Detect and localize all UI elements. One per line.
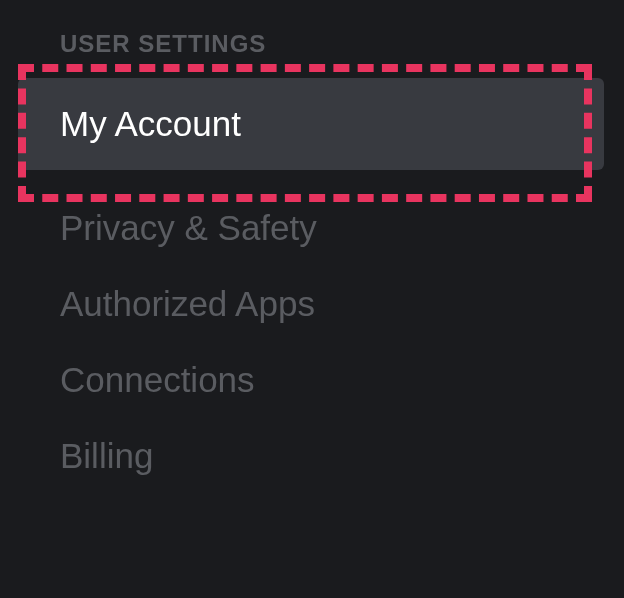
menu-item-authorized-apps[interactable]: Authorized Apps	[60, 266, 624, 342]
menu-item-my-account[interactable]: My Account	[60, 78, 604, 170]
settings-sidebar: USER SETTINGS My Account Privacy & Safet…	[0, 0, 624, 494]
menu-item-my-account-wrapper: My Account	[18, 78, 604, 170]
section-header: USER SETTINGS	[60, 30, 624, 58]
menu-item-privacy-safety[interactable]: Privacy & Safety	[60, 190, 624, 266]
menu-item-billing[interactable]: Billing	[60, 418, 624, 494]
menu-item-connections[interactable]: Connections	[60, 342, 624, 418]
